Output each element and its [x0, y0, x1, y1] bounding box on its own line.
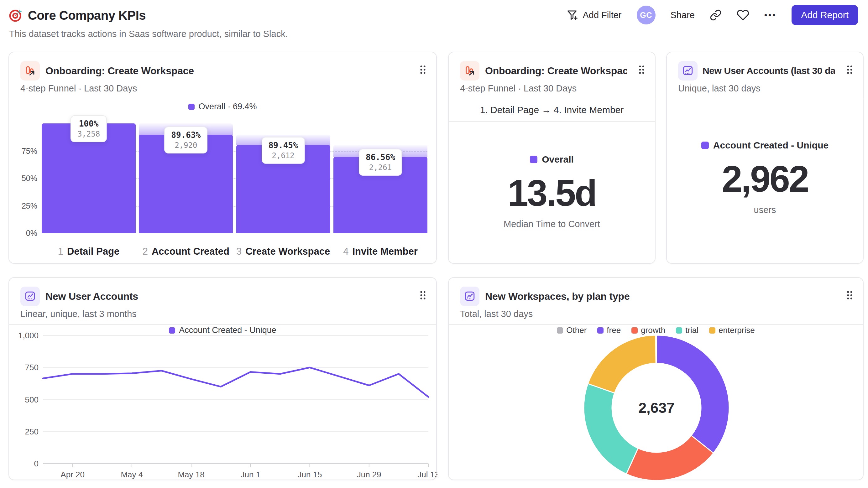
card-subtitle: 4-step Funnel · Last 30 Days — [20, 83, 137, 94]
heart-icon — [737, 9, 749, 21]
card-title[interactable]: New Workspaces, by plan type — [485, 291, 630, 302]
line-chart[interactable]: 02505007501,000Apr 20May 4May 18Jun 1Jun… — [13, 328, 437, 479]
drag-handle[interactable] — [420, 290, 426, 301]
metric-value: 13.5d — [508, 173, 596, 214]
favorite-button[interactable] — [737, 9, 749, 21]
line-xtick: May 4 — [121, 470, 143, 479]
line-xtick: Jun 1 — [241, 470, 261, 479]
drag-handle[interactable] — [420, 65, 426, 76]
drag-handle[interactable] — [846, 290, 853, 301]
legend-label: Overall · 69.4% — [198, 102, 257, 111]
funnel-ytick: 25% — [11, 201, 37, 210]
target-dart-icon — [8, 8, 23, 23]
line-ytick: 500 — [25, 395, 38, 404]
legend-label: Account Created - Unique — [713, 140, 829, 151]
funnel-step-label: 2Account Created — [139, 246, 233, 257]
donut-slice-Other[interactable] — [655, 335, 656, 363]
card-new-user-accounts-line: New User Accounts Linear, unique, last 3… — [8, 277, 437, 480]
legend-swatch — [557, 327, 563, 333]
funnel-report-icon — [20, 61, 40, 80]
card-new-workspaces-donut: New Workspaces, by plan type Total, last… — [448, 277, 864, 480]
card-title[interactable]: Onboarding: Create Workspace — [45, 65, 194, 77]
page-subtitle: This dataset tracks actions in Saas soft… — [9, 29, 288, 39]
funnel-ytick: 0% — [11, 229, 37, 238]
share-button[interactable]: Share — [671, 10, 695, 20]
legend-swatch — [701, 141, 709, 149]
drag-handle[interactable] — [846, 65, 853, 76]
metric-legend[interactable]: Account Created - Unique — [701, 140, 829, 151]
card-title[interactable]: New User Accounts (last 30 days) — [703, 65, 835, 76]
filter-funnel-icon — [566, 9, 579, 21]
card-onboarding-funnel: Onboarding: Create Workspace 4-step Funn… — [8, 52, 437, 264]
card-title[interactable]: New User Accounts — [45, 291, 138, 302]
funnel-bar-tooltip: 89.45%2,612 — [262, 137, 305, 164]
card-new-user-accounts-metric: New User Accounts (last 30 days) Unique,… — [666, 52, 864, 264]
legend-swatch — [188, 104, 195, 110]
drag-handle[interactable] — [638, 65, 645, 76]
line-ytick: 1,000 — [18, 331, 38, 340]
line-ytick: 250 — [25, 427, 38, 436]
funnel-report-icon — [460, 61, 479, 80]
donut-slice-free[interactable] — [656, 335, 729, 453]
line-xtick: Jun 15 — [298, 470, 322, 479]
insights-report-icon — [20, 287, 40, 306]
topbar: Add Filter GC Share ••• Add Report — [566, 4, 858, 26]
funnel-ytick: 75% — [11, 147, 37, 156]
funnel-legend[interactable]: Overall · 69.4% — [9, 102, 436, 111]
card-subtitle: Linear, unique, last 3 months — [20, 309, 136, 319]
add-filter-label: Add Filter — [583, 10, 621, 20]
insights-report-icon — [460, 287, 479, 306]
line-xtick: May 18 — [178, 470, 204, 479]
link-icon — [710, 9, 722, 21]
funnel-step-label: 3Create Workspace — [236, 246, 330, 257]
legend-label: Overall — [542, 154, 574, 165]
funnel-step-range: 1. Detail Page → 4. Invite Member — [449, 99, 655, 122]
line-xtick: Jun 29 — [357, 470, 381, 479]
copy-link-button[interactable] — [710, 9, 722, 21]
donut-slice-enterprise[interactable] — [588, 335, 656, 393]
card-title[interactable]: Onboarding: Create Workspace — [485, 65, 627, 77]
metric-value: 2,962 — [722, 159, 808, 199]
funnel-step-label: 4Invite Member — [333, 246, 427, 257]
card-subtitle: Unique, last 30 days — [678, 83, 761, 94]
line-xtick: Jul 13 — [417, 470, 437, 479]
page-title: Core Company KPIs — [28, 8, 146, 23]
funnel-bar-tooltip: 89.63%2,920 — [164, 127, 208, 154]
donut-chart[interactable]: 2,637 — [581, 333, 732, 483]
card-time-to-convert: Onboarding: Create Workspace 4-step Funn… — [448, 52, 655, 264]
line-series[interactable] — [43, 367, 428, 397]
funnel-bar-tooltip: 100%3,258 — [70, 115, 107, 142]
line-ytick: 0 — [34, 459, 38, 468]
insights-report-icon — [678, 61, 698, 80]
metric-caption: Median Time to Convert — [503, 219, 600, 229]
funnel-ytick: 50% — [11, 174, 37, 183]
add-report-button[interactable]: Add Report — [792, 5, 858, 25]
funnel-step-label: 1Detail Page — [42, 246, 136, 257]
donut-total: 2,637 — [638, 400, 674, 416]
user-avatar[interactable]: GC — [637, 6, 655, 25]
card-subtitle: 4-step Funnel · Last 30 Days — [460, 83, 577, 94]
funnel-bar-tooltip: 86.56%2,261 — [359, 149, 402, 176]
line-ytick: 750 — [25, 363, 38, 372]
dashboard-brand: Core Company KPIs — [8, 8, 146, 23]
line-xtick: Apr 20 — [60, 470, 85, 479]
more-menu-button[interactable]: ••• — [764, 10, 776, 20]
add-filter-button[interactable]: Add Filter — [566, 9, 621, 21]
metric-caption: users — [754, 205, 776, 215]
donut-slice-growth[interactable] — [626, 435, 714, 481]
legend-swatch — [530, 156, 537, 163]
metric-legend[interactable]: Overall — [530, 154, 574, 165]
donut-slice-trial[interactable] — [584, 384, 638, 474]
share-label: Share — [671, 10, 695, 20]
card-subtitle: Total, last 30 days — [460, 309, 533, 319]
